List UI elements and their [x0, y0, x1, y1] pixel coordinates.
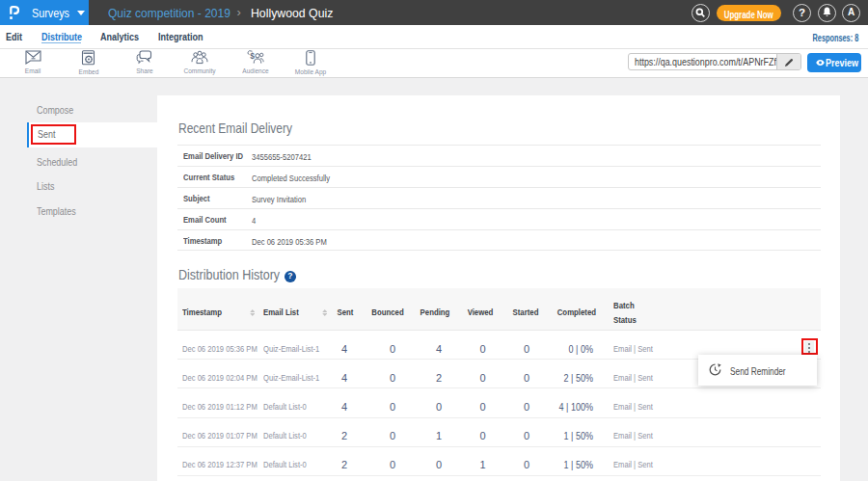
svg-text:$: $ [250, 51, 255, 61]
